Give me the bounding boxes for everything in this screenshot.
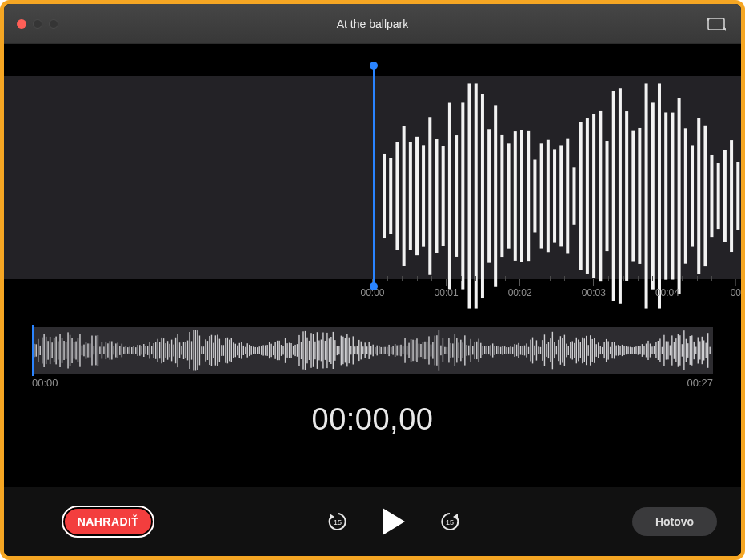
svg-rect-258 bbox=[326, 333, 327, 368]
svg-rect-391 bbox=[592, 339, 593, 362]
svg-rect-194 bbox=[199, 336, 200, 366]
svg-rect-186 bbox=[183, 342, 184, 359]
fullscreen-icon[interactable] bbox=[49, 19, 58, 29]
svg-rect-373 bbox=[556, 346, 557, 355]
svg-rect-284 bbox=[379, 346, 379, 354]
svg-rect-334 bbox=[479, 339, 479, 362]
svg-rect-225 bbox=[261, 346, 262, 355]
svg-rect-151 bbox=[114, 346, 114, 355]
svg-rect-4 bbox=[402, 126, 405, 266]
svg-rect-135 bbox=[82, 346, 82, 356]
overview-playhead[interactable] bbox=[32, 325, 34, 376]
svg-rect-26 bbox=[546, 140, 549, 253]
svg-rect-216 bbox=[243, 346, 244, 355]
svg-rect-40 bbox=[638, 128, 641, 264]
svg-rect-52 bbox=[716, 163, 719, 229]
waveform-main[interactable]: 00:0000:0100:0200:0300:0400 bbox=[4, 63, 741, 303]
svg-rect-434 bbox=[678, 334, 679, 366]
svg-rect-372 bbox=[554, 342, 555, 358]
svg-rect-170 bbox=[151, 346, 152, 354]
svg-rect-177 bbox=[165, 343, 166, 358]
svg-rect-327 bbox=[464, 335, 465, 365]
svg-rect-27 bbox=[553, 149, 556, 242]
svg-rect-123 bbox=[58, 342, 58, 360]
svg-rect-432 bbox=[674, 342, 675, 359]
svg-rect-252 bbox=[314, 342, 315, 359]
svg-rect-431 bbox=[671, 335, 672, 365]
svg-rect-13 bbox=[461, 102, 464, 289]
svg-rect-376 bbox=[562, 338, 563, 362]
svg-rect-351 bbox=[512, 347, 513, 354]
svg-rect-266 bbox=[342, 337, 343, 365]
svg-rect-157 bbox=[126, 346, 126, 354]
svg-rect-6 bbox=[415, 137, 419, 255]
minimize-icon[interactable] bbox=[33, 19, 42, 29]
svg-rect-394 bbox=[598, 342, 599, 358]
svg-rect-2 bbox=[389, 158, 392, 234]
svg-rect-318 bbox=[447, 347, 447, 354]
svg-rect-350 bbox=[510, 346, 511, 354]
svg-rect-229 bbox=[269, 342, 270, 358]
svg-rect-349 bbox=[508, 347, 509, 354]
svg-rect-306 bbox=[423, 342, 423, 358]
svg-rect-41 bbox=[644, 83, 647, 308]
svg-rect-19 bbox=[500, 135, 503, 257]
app-window: At the ballpark 00:0000:0100:0200:0300:0… bbox=[0, 0, 745, 560]
svg-rect-365 bbox=[540, 347, 541, 354]
waveform-overview[interactable] bbox=[32, 327, 713, 374]
skip-back-button[interactable]: 15 bbox=[326, 510, 349, 533]
timeline-tick-clipped: 00 bbox=[731, 279, 741, 298]
svg-rect-435 bbox=[679, 335, 680, 366]
record-replace-button[interactable]: NAHRADIŤ bbox=[62, 506, 154, 538]
done-button[interactable]: Hotovo bbox=[632, 507, 717, 536]
svg-rect-232 bbox=[274, 342, 275, 359]
svg-rect-393 bbox=[596, 344, 597, 357]
svg-marker-453 bbox=[383, 508, 405, 535]
svg-rect-176 bbox=[163, 338, 164, 362]
svg-rect-262 bbox=[334, 340, 335, 361]
svg-rect-302 bbox=[415, 340, 415, 361]
svg-text:15: 15 bbox=[445, 518, 453, 526]
svg-rect-155 bbox=[122, 344, 122, 358]
svg-rect-202 bbox=[215, 335, 216, 365]
svg-rect-199 bbox=[209, 336, 210, 365]
svg-rect-416 bbox=[642, 344, 643, 357]
footer-controls: NAHRADIŤ 15 15 bbox=[4, 487, 741, 556]
svg-rect-131 bbox=[74, 342, 74, 359]
svg-rect-233 bbox=[277, 341, 278, 360]
play-button[interactable] bbox=[379, 506, 408, 538]
svg-rect-117 bbox=[46, 337, 46, 364]
svg-rect-384 bbox=[578, 340, 579, 362]
svg-rect-161 bbox=[134, 346, 134, 354]
svg-rect-309 bbox=[428, 336, 429, 364]
close-icon[interactable] bbox=[17, 19, 26, 29]
svg-rect-124 bbox=[59, 334, 60, 367]
svg-rect-307 bbox=[424, 342, 425, 359]
skip-forward-button[interactable]: 15 bbox=[439, 510, 461, 533]
svg-rect-0 bbox=[708, 18, 724, 30]
svg-rect-441 bbox=[691, 335, 692, 365]
playhead[interactable] bbox=[373, 66, 375, 286]
svg-rect-354 bbox=[518, 343, 519, 358]
svg-rect-204 bbox=[219, 339, 220, 362]
svg-rect-400 bbox=[610, 347, 611, 354]
svg-rect-439 bbox=[687, 343, 688, 358]
svg-rect-297 bbox=[404, 338, 405, 363]
svg-rect-388 bbox=[586, 336, 587, 365]
svg-rect-144 bbox=[99, 346, 100, 354]
svg-rect-324 bbox=[459, 342, 459, 358]
svg-rect-361 bbox=[532, 338, 533, 364]
window-title: At the ballpark bbox=[4, 18, 741, 30]
svg-rect-438 bbox=[686, 339, 687, 362]
svg-rect-239 bbox=[289, 343, 290, 358]
svg-rect-291 bbox=[392, 346, 393, 354]
timeline-tick: 00:03 bbox=[582, 279, 606, 298]
svg-rect-357 bbox=[524, 346, 525, 356]
svg-rect-192 bbox=[195, 330, 196, 371]
svg-rect-37 bbox=[618, 88, 621, 304]
svg-rect-329 bbox=[468, 346, 469, 356]
svg-rect-153 bbox=[118, 342, 118, 358]
svg-rect-115 bbox=[42, 338, 42, 364]
timeline-ticks: 00:0000:0100:0200:0300:0400 bbox=[373, 279, 742, 303]
trim-button[interactable] bbox=[703, 14, 730, 34]
